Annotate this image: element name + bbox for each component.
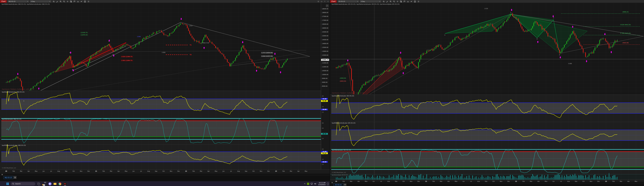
svg-text:Mar: Mar <box>200 170 202 172</box>
svg-text:17500.00: 17500.00 <box>322 16 328 17</box>
svg-text:Deep Crab: Deep Crab <box>202 42 209 44</box>
instrument-value: NQ 03-23 <box>9 1 15 2</box>
svg-text:May: May <box>215 170 218 172</box>
copyright-label: © 2023 NinjaTrader, LLC <box>2 167 16 168</box>
volume-histogram-icon[interactable] <box>407 0 409 3</box>
zoom-in-icon[interactable] <box>390 0 392 3</box>
svg-text:10000.00: 10000.00 <box>322 74 328 75</box>
volume-histogram-icon[interactable] <box>77 0 79 3</box>
svg-text:A: A <box>510 12 511 13</box>
data-box-icon[interactable] <box>400 0 402 3</box>
taskbar-search[interactable]: Search <box>11 182 35 185</box>
nvidia-tray-icon[interactable] <box>306 181 310 186</box>
svg-text:B: B <box>537 38 538 40</box>
indicator-zigzag-icon[interactable] <box>80 0 83 3</box>
svg-text:20: 20 <box>322 138 324 139</box>
svg-text:Jun: Jun <box>42 170 45 172</box>
tray-expand-icon[interactable] <box>303 181 306 186</box>
weather-icon: 23° <box>42 182 46 185</box>
svg-text:1.618 (12257.25): 1.618 (12257.25) <box>262 56 273 57</box>
svg-text:13500.00: 13500.00 <box>322 47 328 48</box>
add-tab-button[interactable]: + <box>344 183 346 186</box>
speaker-icon[interactable] <box>314 181 317 186</box>
chrome-button[interactable] <box>58 181 62 186</box>
bar-type-icon[interactable] <box>52 0 55 3</box>
svg-text:10500.00: 10500.00 <box>322 70 328 71</box>
zoom-out-icon[interactable] <box>393 0 395 3</box>
display-tray-icon[interactable] <box>310 181 314 186</box>
svg-text:Apr: Apr <box>118 170 120 172</box>
svg-text:11500.00: 11500.00 <box>322 62 328 64</box>
file-explorer-button[interactable] <box>52 181 58 186</box>
market-analyzer-icon[interactable] <box>84 0 86 3</box>
search-icon <box>12 183 14 185</box>
svg-text:Aug: Aug <box>58 170 60 172</box>
instrument-selector[interactable]: NQ 03-23 ▾ <box>8 1 29 3</box>
svg-text:Jul: Jul <box>230 170 232 172</box>
panel-label: hpcRSIBammIndicator (ES 03-23) <box>332 122 356 124</box>
zoom-in-icon[interactable] <box>60 0 62 3</box>
indicator-label: hpcHSIArrowsIndicator (ES 03-23), hpcPat… <box>332 3 400 5</box>
svg-text:0.618 (4441.50): 0.618 (4441.50) <box>620 24 631 26</box>
svg-text:13000.00: 13000.00 <box>322 51 328 52</box>
tab-nq-03-23[interactable]: NQ 03-23 <box>3 176 14 179</box>
interval-selector[interactable]: 3 Day ▾ <box>30 1 51 3</box>
start-button[interactable] <box>6 181 10 186</box>
market-analyzer-icon[interactable] <box>414 0 416 3</box>
svg-text:D: D <box>559 54 560 56</box>
svg-text:Sep: Sep <box>245 170 247 172</box>
svg-text:Mar: Mar <box>110 170 112 172</box>
crosshair-icon[interactable] <box>66 0 69 3</box>
data-box-icon[interactable] <box>70 0 72 3</box>
svg-text:8500.00: 8500.00 <box>322 85 328 87</box>
chart-window-nq: XABCD2.0000.886Deep Crab1.618T1T21.618 (… <box>0 0 330 181</box>
task-view-button[interactable] <box>36 181 41 186</box>
list-view-icon[interactable] <box>87 0 90 3</box>
svg-text:Nov: Nov <box>260 170 262 172</box>
instrument-selector[interactable]: ES 03-23 ▾ <box>338 1 359 3</box>
svg-text:40: 40 <box>322 106 324 108</box>
camera-icon[interactable] <box>320 0 323 3</box>
pin-icon[interactable] <box>324 0 326 3</box>
svg-text:1.618: 1.618 <box>189 25 192 27</box>
ninjatrader-icon <box>63 182 67 185</box>
svg-text:9000.00: 9000.00 <box>322 82 328 83</box>
drawing-tools-icon[interactable] <box>56 0 58 3</box>
svg-text:Apr: Apr <box>28 170 30 172</box>
clock-date: 1/23/2023 <box>318 184 326 185</box>
chart-canvas-nq[interactable]: XABCD2.0000.886Deep Crab1.618T1T21.618 (… <box>0 0 330 181</box>
grid-icon[interactable] <box>317 0 320 3</box>
order-entry-icon[interactable] <box>74 0 76 3</box>
svg-text:◀: ◀ <box>332 182 332 183</box>
windows-taskbar: Search 23° <box>0 181 330 186</box>
bar-type-icon[interactable] <box>382 0 385 3</box>
zoom-out-icon[interactable] <box>63 0 65 3</box>
copyright-label: © 2023 NinjaTrader, LLC <box>332 172 346 173</box>
list-view-icon[interactable] <box>417 0 420 3</box>
chart-canvas-es[interactable]: XABCD(4808.25)0.618 (4441.50)0.786 (4193… <box>330 0 644 186</box>
drawing-tools-icon[interactable] <box>386 0 388 3</box>
interval-value: 3 Day <box>31 1 35 2</box>
camera-icon <box>48 182 52 185</box>
menu-icon[interactable] <box>327 0 329 3</box>
svg-text:9500.00: 9500.00 <box>322 78 328 79</box>
crosshair-icon[interactable] <box>396 0 399 3</box>
indicator-zigzag-icon[interactable] <box>410 0 413 3</box>
video-app-button[interactable] <box>48 181 52 186</box>
chart-window-es: XABCD(4808.25)0.618 (4441.50)0.786 (4193… <box>330 0 644 186</box>
svg-text:(12876.50): (12876.50) <box>81 34 88 36</box>
panel-label: hpcAmpRSIIndicator (NQ 03-23) <box>2 91 24 93</box>
svg-text:May: May <box>125 170 128 172</box>
add-tab-button[interactable]: + <box>14 176 16 179</box>
ninjatrader-button[interactable] <box>62 181 68 186</box>
svg-text:Feb: Feb <box>12 170 15 172</box>
weather-widget[interactable]: 23° <box>41 181 48 186</box>
task-view-icon <box>37 182 40 185</box>
interval-selector[interactable]: 3 Day ▾ <box>360 1 381 3</box>
indicator-label: hpcHSIArrowsIndicator (NQ 03-23), hpcPat… <box>2 3 50 5</box>
order-entry-icon[interactable] <box>404 0 406 3</box>
svg-text:0.786 (4193.25): 0.786 (4193.25) <box>620 33 631 34</box>
notification-icon[interactable] <box>327 183 329 185</box>
tab-es-03-23[interactable]: ES 03-23 <box>333 183 344 186</box>
taskbar-clock[interactable]: 10:13 AM 1/23/2023 <box>317 182 326 186</box>
